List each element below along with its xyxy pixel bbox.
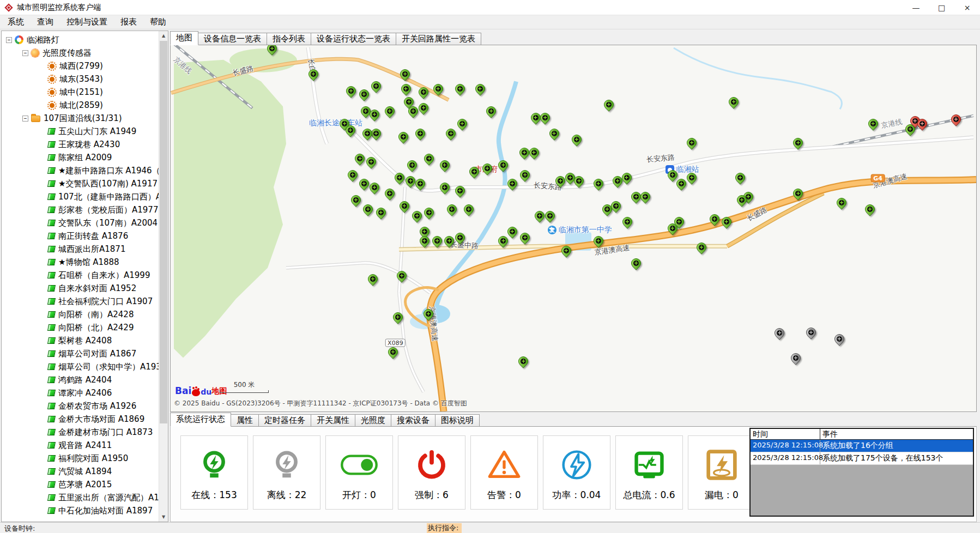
map-pin-green[interactable]: +	[687, 138, 697, 148]
map-pin-green[interactable]: +	[535, 211, 545, 221]
map-pin-green[interactable]: +	[385, 106, 395, 116]
map-pin-gray[interactable]: +	[834, 334, 844, 344]
map-pin-green[interactable]: +	[710, 214, 719, 224]
tab-map-2[interactable]: 指令列表	[267, 33, 311, 45]
tree-item[interactable]: 观音路 A2411	[2, 439, 159, 452]
map-pin-green[interactable]: +	[498, 236, 508, 246]
tree-item[interactable]: 王家珑巷 A2430	[2, 138, 159, 151]
map-pin-green[interactable]: +	[594, 236, 603, 246]
scroll-down-icon[interactable]: ▼	[159, 512, 168, 522]
map-pin-green[interactable]: +	[420, 227, 429, 237]
map-pin-green[interactable]: +	[424, 154, 434, 163]
map-pin-green[interactable]: +	[640, 192, 650, 202]
tree-item[interactable]: 交警队东（107南）A2004	[2, 216, 159, 229]
map-pin-green[interactable]: +	[395, 173, 404, 183]
tree-item[interactable]: 自来水斜对面 A1952	[2, 282, 159, 295]
map-pin-green[interactable]: +	[366, 157, 376, 167]
map-pin-green[interactable]: +	[447, 204, 457, 214]
map-pin-red[interactable]: +	[917, 119, 927, 129]
map-pin-green[interactable]: +	[520, 170, 530, 180]
map-pin-green[interactable]: +	[865, 204, 875, 214]
tab-map-1[interactable]: 设备信息一览表	[198, 33, 267, 45]
map-pin-green[interactable]: +	[529, 148, 539, 158]
map-pin-green[interactable]: +	[400, 201, 409, 211]
tree-item[interactable]: 烟草公司（求知中学）A1933	[2, 360, 159, 373]
map-pin-green[interactable]: +	[507, 227, 517, 237]
map-pin-green[interactable]: +	[622, 217, 632, 227]
map-pin-green[interactable]: +	[622, 173, 632, 183]
tree-item[interactable]: 芭茅塘 A2015	[2, 478, 159, 491]
tab-bottom-5[interactable]: 搜索设备	[391, 414, 435, 426]
map-pin-green[interactable]: +	[400, 69, 410, 79]
map-pin-green[interactable]: +	[793, 138, 803, 148]
map-pin-green[interactable]: +	[507, 179, 517, 189]
map-pin-green[interactable]: +	[545, 211, 555, 221]
tree-item[interactable]: 石咀桥（自来水）A1999	[2, 269, 159, 282]
tree-expander-icon[interactable]: −	[22, 116, 28, 122]
tree-item[interactable]: 向阳桥（南）A2428	[2, 308, 159, 321]
map-pin-green[interactable]: +	[555, 176, 565, 186]
map-pin-green[interactable]: +	[376, 208, 386, 217]
map-pin-green[interactable]: +	[518, 356, 528, 366]
tree-item[interactable]: 城西(2799)	[2, 59, 159, 72]
map-pin-green[interactable]: +	[697, 243, 706, 252]
tab-bottom-1[interactable]: 属性	[231, 414, 259, 426]
map-pin-green[interactable]: +	[457, 119, 467, 129]
tab-bottom-0[interactable]: 系统运行状态	[170, 413, 231, 427]
menu-item-2[interactable]: 控制与设置	[60, 15, 114, 29]
tree-item[interactable]: 社会福利院大门口 A1907	[2, 295, 159, 308]
tree-item[interactable]: 五尖山大门东 A1949	[2, 125, 159, 138]
tree-item[interactable]: −107国道沿线(31/31)	[2, 112, 159, 125]
map-pin-green[interactable]: +	[687, 173, 697, 183]
map-pin-green[interactable]: +	[531, 113, 541, 123]
map-pin-green[interactable]: +	[363, 204, 373, 214]
map-pin-green[interactable]: +	[362, 129, 372, 138]
minimize-button[interactable]: —	[903, 0, 929, 15]
tree-item[interactable]: −光照度传感器	[2, 46, 159, 59]
tree-expander-icon[interactable]: −	[6, 37, 12, 43]
tree-item[interactable]: 中石化加油站对面 A1897	[2, 504, 159, 517]
close-button[interactable]: ×	[954, 0, 980, 15]
map-canvas[interactable]: 京港线长盛路长白路临湘长途汽车站市政府长安东路长安东路临湘站文临湘市第一中学长盛…	[170, 45, 977, 412]
map-pin-green[interactable]: +	[837, 198, 846, 208]
map-pin-green[interactable]: +	[668, 170, 677, 180]
tab-bottom-3[interactable]: 开关属性	[311, 414, 355, 426]
map-pin-green[interactable]: +	[520, 233, 530, 243]
maximize-button[interactable]: □	[929, 0, 954, 15]
map-pin-red[interactable]: +	[951, 114, 961, 124]
map-pin-green[interactable]: +	[440, 160, 450, 170]
map-pin-green[interactable]: +	[498, 160, 508, 170]
event-row[interactable]: 2025/3/28 12:15:08 系统加载了175个设备，在线153个	[751, 452, 973, 465]
scroll-up-icon[interactable]: ▲	[159, 31, 168, 40]
scrollbar-thumb[interactable]	[160, 41, 167, 423]
tree-item[interactable]: 彭家巷（党校后面）A1977	[2, 203, 159, 216]
map-pin-green[interactable]: +	[604, 100, 614, 110]
tab-bottom-4[interactable]: 光照度	[355, 414, 391, 426]
map-pin-gray[interactable]: +	[775, 328, 784, 338]
map-pin-green[interactable]: +	[415, 179, 425, 189]
map-pin-green[interactable]: +	[406, 176, 415, 186]
map-pin-green[interactable]: +	[415, 129, 425, 138]
tree-item[interactable]: 金桥大市场对面 A1869	[2, 413, 159, 426]
map-pin-green[interactable]: +	[419, 103, 428, 113]
tree-item[interactable]: 金桥建材市场门口 A1873	[2, 426, 159, 439]
map-pin-green[interactable]: +	[433, 84, 443, 94]
map-pin-green[interactable]: +	[549, 129, 559, 138]
map-pin-green[interactable]: +	[371, 129, 381, 138]
map-pin-green[interactable]: +	[482, 163, 492, 173]
map-pin-green[interactable]: +	[404, 97, 414, 107]
map-pin-green[interactable]: +	[737, 195, 747, 205]
map-pin-green[interactable]: +	[594, 179, 603, 189]
map-pin-green[interactable]: +	[793, 189, 803, 198]
tree-item[interactable]: 福利院对面 A1950	[2, 452, 159, 465]
map-pin-green[interactable]: +	[346, 125, 355, 135]
tree-item[interactable]: 五里派出所（富源汽配）A1874	[2, 491, 159, 504]
map-pin-green[interactable]: +	[368, 274, 378, 284]
map-pin-green[interactable]: +	[419, 87, 428, 97]
tab-map-0[interactable]: 地图	[170, 31, 198, 45]
map-pin-green[interactable]: +	[722, 217, 731, 227]
map-pin-green[interactable]: +	[469, 167, 479, 177]
map-pin-green[interactable]: +	[455, 186, 465, 196]
map-pin-gray[interactable]: +	[806, 328, 816, 337]
map-pin-green[interactable]: +	[464, 204, 474, 214]
